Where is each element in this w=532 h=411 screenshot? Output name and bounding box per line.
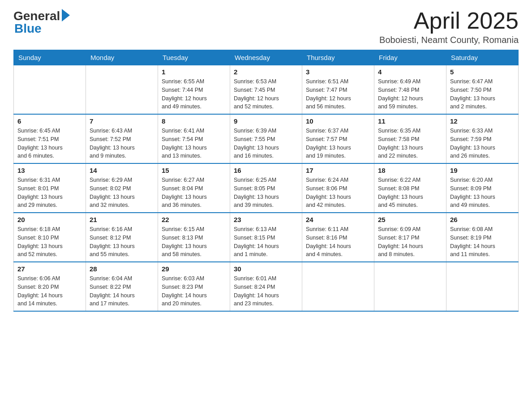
day-number: 11 <box>378 117 442 125</box>
calendar-cell: 13Sunrise: 6:31 AM Sunset: 8:01 PM Dayli… <box>14 163 86 213</box>
day-info: Sunrise: 6:20 AM Sunset: 8:09 PM Dayligh… <box>450 176 515 210</box>
calendar-cell <box>446 262 519 311</box>
title-section: April 2025 Boboiesti, Neamt County, Roma… <box>379 9 519 45</box>
logo-arrow-icon <box>62 9 70 21</box>
calendar-cell: 6Sunrise: 6:45 AM Sunset: 7:51 PM Daylig… <box>14 114 86 163</box>
calendar-cell: 3Sunrise: 6:51 AM Sunset: 7:47 PM Daylig… <box>302 65 374 115</box>
calendar-cell: 14Sunrise: 6:29 AM Sunset: 8:02 PM Dayli… <box>86 163 158 213</box>
calendar-cell: 2Sunrise: 6:53 AM Sunset: 7:45 PM Daylig… <box>230 65 302 115</box>
day-number: 19 <box>450 167 515 174</box>
calendar-body: 1Sunrise: 6:55 AM Sunset: 7:44 PM Daylig… <box>14 65 519 312</box>
day-number: 5 <box>450 68 515 76</box>
day-info: Sunrise: 6:06 AM Sunset: 8:20 PM Dayligh… <box>17 274 82 308</box>
calendar-cell: 1Sunrise: 6:55 AM Sunset: 7:44 PM Daylig… <box>158 65 230 115</box>
day-number: 21 <box>90 216 154 223</box>
day-info: Sunrise: 6:29 AM Sunset: 8:02 PM Dayligh… <box>90 176 154 210</box>
day-info: Sunrise: 6:51 AM Sunset: 7:47 PM Dayligh… <box>306 77 370 111</box>
calendar-cell: 21Sunrise: 6:16 AM Sunset: 8:12 PM Dayli… <box>86 213 158 262</box>
logo: General Blue <box>13 9 70 36</box>
weekday-header-monday: Monday <box>86 50 158 65</box>
day-info: Sunrise: 6:04 AM Sunset: 8:22 PM Dayligh… <box>90 274 154 308</box>
day-info: Sunrise: 6:24 AM Sunset: 8:06 PM Dayligh… <box>306 176 370 210</box>
day-number: 13 <box>17 167 82 174</box>
day-number: 25 <box>378 216 442 223</box>
day-number: 9 <box>234 117 298 125</box>
day-number: 7 <box>90 117 154 125</box>
day-number: 24 <box>306 216 370 223</box>
day-number: 6 <box>17 117 82 125</box>
day-number: 1 <box>162 68 226 76</box>
weekday-header-saturday: Saturday <box>446 50 519 65</box>
day-info: Sunrise: 6:33 AM Sunset: 7:59 PM Dayligh… <box>450 127 515 160</box>
day-info: Sunrise: 6:09 AM Sunset: 8:17 PM Dayligh… <box>378 225 442 259</box>
day-number: 27 <box>17 265 82 273</box>
day-number: 15 <box>162 167 226 174</box>
day-number: 28 <box>90 265 154 273</box>
day-info: Sunrise: 6:11 AM Sunset: 8:16 PM Dayligh… <box>306 225 370 259</box>
day-number: 23 <box>234 216 298 223</box>
day-info: Sunrise: 6:45 AM Sunset: 7:51 PM Dayligh… <box>17 127 82 160</box>
calendar-week-row: 1Sunrise: 6:55 AM Sunset: 7:44 PM Daylig… <box>14 65 519 115</box>
calendar-cell: 30Sunrise: 6:01 AM Sunset: 8:24 PM Dayli… <box>230 262 302 311</box>
weekday-header-friday: Friday <box>374 50 446 65</box>
calendar-cell: 17Sunrise: 6:24 AM Sunset: 8:06 PM Dayli… <box>302 163 374 213</box>
day-number: 3 <box>306 68 370 76</box>
calendar-cell: 9Sunrise: 6:39 AM Sunset: 7:55 PM Daylig… <box>230 114 302 163</box>
day-number: 10 <box>306 117 370 125</box>
day-info: Sunrise: 6:03 AM Sunset: 8:23 PM Dayligh… <box>162 274 226 308</box>
location-text: Boboiesti, Neamt County, Romania <box>379 35 519 45</box>
calendar-week-row: 6Sunrise: 6:45 AM Sunset: 7:51 PM Daylig… <box>14 114 519 163</box>
calendar-cell: 7Sunrise: 6:43 AM Sunset: 7:52 PM Daylig… <box>86 114 158 163</box>
calendar-week-row: 20Sunrise: 6:18 AM Sunset: 8:10 PM Dayli… <box>14 213 519 262</box>
calendar-cell: 22Sunrise: 6:15 AM Sunset: 8:13 PM Dayli… <box>158 213 230 262</box>
day-info: Sunrise: 6:49 AM Sunset: 7:48 PM Dayligh… <box>378 77 442 111</box>
calendar-cell: 15Sunrise: 6:27 AM Sunset: 8:04 PM Dayli… <box>158 163 230 213</box>
day-number: 17 <box>306 167 370 174</box>
day-number: 20 <box>17 216 82 223</box>
day-number: 29 <box>162 265 226 273</box>
day-number: 22 <box>162 216 226 223</box>
day-info: Sunrise: 6:37 AM Sunset: 7:57 PM Dayligh… <box>306 127 370 160</box>
calendar-cell: 29Sunrise: 6:03 AM Sunset: 8:23 PM Dayli… <box>158 262 230 311</box>
day-info: Sunrise: 6:41 AM Sunset: 7:54 PM Dayligh… <box>162 127 226 160</box>
calendar-cell: 25Sunrise: 6:09 AM Sunset: 8:17 PM Dayli… <box>374 213 446 262</box>
calendar-cell: 18Sunrise: 6:22 AM Sunset: 8:08 PM Dayli… <box>374 163 446 213</box>
day-number: 2 <box>234 68 298 76</box>
day-info: Sunrise: 6:25 AM Sunset: 8:05 PM Dayligh… <box>234 176 298 210</box>
day-info: Sunrise: 6:31 AM Sunset: 8:01 PM Dayligh… <box>17 176 82 210</box>
day-info: Sunrise: 6:53 AM Sunset: 7:45 PM Dayligh… <box>234 77 298 111</box>
calendar-cell: 11Sunrise: 6:35 AM Sunset: 7:58 PM Dayli… <box>374 114 446 163</box>
weekday-header-tuesday: Tuesday <box>158 50 230 65</box>
calendar-week-row: 13Sunrise: 6:31 AM Sunset: 8:01 PM Dayli… <box>14 163 519 213</box>
calendar-cell: 27Sunrise: 6:06 AM Sunset: 8:20 PM Dayli… <box>14 262 86 311</box>
calendar-table: SundayMondayTuesdayWednesdayThursdayFrid… <box>13 50 519 312</box>
day-info: Sunrise: 6:39 AM Sunset: 7:55 PM Dayligh… <box>234 127 298 160</box>
month-title: April 2025 <box>379 9 519 32</box>
calendar-cell: 20Sunrise: 6:18 AM Sunset: 8:10 PM Dayli… <box>14 213 86 262</box>
calendar-cell <box>14 65 86 115</box>
day-info: Sunrise: 6:01 AM Sunset: 8:24 PM Dayligh… <box>234 274 298 308</box>
calendar-cell: 16Sunrise: 6:25 AM Sunset: 8:05 PM Dayli… <box>230 163 302 213</box>
calendar-cell: 23Sunrise: 6:13 AM Sunset: 8:15 PM Dayli… <box>230 213 302 262</box>
calendar-week-row: 27Sunrise: 6:06 AM Sunset: 8:20 PM Dayli… <box>14 262 519 311</box>
calendar-header-row: SundayMondayTuesdayWednesdayThursdayFrid… <box>14 50 519 65</box>
day-info: Sunrise: 6:55 AM Sunset: 7:44 PM Dayligh… <box>162 77 226 111</box>
day-number: 30 <box>234 265 298 273</box>
calendar-cell: 28Sunrise: 6:04 AM Sunset: 8:22 PM Dayli… <box>86 262 158 311</box>
calendar-cell <box>374 262 446 311</box>
calendar-cell: 12Sunrise: 6:33 AM Sunset: 7:59 PM Dayli… <box>446 114 519 163</box>
calendar-cell: 8Sunrise: 6:41 AM Sunset: 7:54 PM Daylig… <box>158 114 230 163</box>
calendar-cell: 24Sunrise: 6:11 AM Sunset: 8:16 PM Dayli… <box>302 213 374 262</box>
day-number: 12 <box>450 117 515 125</box>
calendar-cell: 5Sunrise: 6:47 AM Sunset: 7:50 PM Daylig… <box>446 65 519 115</box>
calendar-cell: 4Sunrise: 6:49 AM Sunset: 7:48 PM Daylig… <box>374 65 446 115</box>
day-info: Sunrise: 6:47 AM Sunset: 7:50 PM Dayligh… <box>450 77 515 111</box>
weekday-header-thursday: Thursday <box>302 50 374 65</box>
day-info: Sunrise: 6:35 AM Sunset: 7:58 PM Dayligh… <box>378 127 442 160</box>
logo-blue-text: Blue <box>13 21 42 36</box>
day-number: 4 <box>378 68 442 76</box>
weekday-header-sunday: Sunday <box>14 50 86 65</box>
day-number: 26 <box>450 216 515 223</box>
day-info: Sunrise: 6:16 AM Sunset: 8:12 PM Dayligh… <box>90 225 154 259</box>
day-info: Sunrise: 6:27 AM Sunset: 8:04 PM Dayligh… <box>162 176 226 210</box>
